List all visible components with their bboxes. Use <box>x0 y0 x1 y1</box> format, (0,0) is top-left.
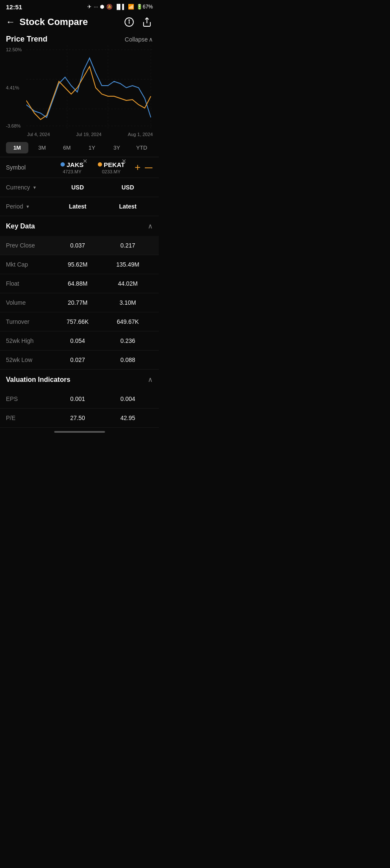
price-trend-header: Price Trend Collapse ∧ <box>0 31 159 45</box>
symbol-col-label: Symbol <box>6 164 53 171</box>
close-pekat-button[interactable]: ✕ <box>122 158 127 164</box>
52wk-low-jaks: 0.027 <box>53 356 103 363</box>
y-label-bot: -3.68% <box>6 123 26 128</box>
52wk-high-row: 52wk High 0.054 0.236 <box>0 331 159 351</box>
52wk-high-jaks: 0.054 <box>53 337 103 344</box>
pe-row: P/E 27.50 42.95 <box>0 409 159 428</box>
period-1m[interactable]: 1M <box>6 142 28 153</box>
telegram-icon: ✈ <box>87 4 91 10</box>
float-jaks: 64.88M <box>53 280 103 287</box>
prev-close-row: Prev Close 0.037 0.217 <box>0 236 159 255</box>
chart-container: 12.50% 4.41% -3.68% J <box>0 45 159 139</box>
turnover-jaks: 757.66K <box>53 318 103 325</box>
eps-row: EPS 0.001 0.004 <box>0 389 159 409</box>
plus-icon: + <box>135 161 141 173</box>
eps-label: EPS <box>6 395 53 402</box>
currency-val-jaks: USD <box>53 184 103 191</box>
back-button[interactable]: ← <box>6 17 15 27</box>
status-icons: ✈ ··· ⬢ 🔕 ▐▌▌ 📶 🔋67% <box>87 4 153 10</box>
bottom-bar <box>0 428 159 436</box>
info-button[interactable] <box>123 16 135 28</box>
valuation-title: Valuation Indicators <box>6 376 70 384</box>
currency-dropdown-arrow[interactable]: ▼ <box>33 185 37 190</box>
pekat-sub: 0233.MY <box>102 169 121 174</box>
price-chart <box>26 45 153 130</box>
ellipsis-icon: ··· <box>94 4 98 10</box>
jaks-sub: 4723.MY <box>63 169 81 174</box>
period-dropdown-arrow[interactable]: ▼ <box>25 204 30 209</box>
52wk-low-pekat: 0.088 <box>103 356 153 363</box>
period-val-jaks: Latest <box>53 203 103 210</box>
add-symbol-button[interactable]: + <box>131 161 144 174</box>
float-label: Float <box>6 280 53 287</box>
y-label-top: 12.50% <box>6 47 26 52</box>
volume-label: Volume <box>6 299 53 306</box>
period-1y[interactable]: 1Y <box>80 142 103 153</box>
x-label-3: Aug 1, 2024 <box>128 132 153 137</box>
mkt-cap-row: Mkt Cap 95.62M 135.49M <box>0 255 159 274</box>
collapse-label: Collapse <box>125 36 148 43</box>
status-bar: 12:51 ✈ ··· ⬢ 🔕 ▐▌▌ 📶 🔋67% <box>0 0 159 13</box>
signal-icon: ▐▌▌ <box>115 4 126 10</box>
svg-point-2 <box>129 20 130 21</box>
eps-jaks: 0.001 <box>53 395 103 402</box>
jaks-name: JAKS <box>66 161 83 168</box>
key-data-chevron: ∧ <box>148 222 153 230</box>
key-data-title: Key Data <box>6 223 35 230</box>
prev-close-label: Prev Close <box>6 242 53 249</box>
52wk-high-pekat: 0.236 <box>103 337 153 344</box>
volume-row: Volume 20.77M 3.10M <box>0 293 159 312</box>
volume-jaks: 20.77M <box>53 299 103 306</box>
jaks-dot <box>61 162 65 167</box>
price-trend-title: Price Trend <box>6 35 47 44</box>
float-row: Float 64.88M 44.02M <box>0 274 159 293</box>
52wk-low-label: 52wk Low <box>6 356 53 363</box>
more-indicator: — <box>145 163 152 172</box>
period-val-pekat: Latest <box>103 203 153 210</box>
battery-icon: 🔋67% <box>136 4 153 10</box>
volume-pekat: 3.10M <box>103 299 153 306</box>
x-label-2: Jul 19, 2024 <box>76 132 102 137</box>
currency-row: Currency ▼ USD USD <box>0 178 159 197</box>
period-3y[interactable]: 3Y <box>105 142 128 153</box>
prev-close-jaks: 0.037 <box>53 242 103 249</box>
period-row: Period ▼ Latest Latest <box>0 197 159 216</box>
y-label-mid: 4.41% <box>6 85 26 90</box>
pe-jaks: 27.50 <box>53 415 103 421</box>
eps-pekat: 0.004 <box>103 395 153 402</box>
chart-x-labels: Jul 4, 2024 Jul 19, 2024 Aug 1, 2024 <box>6 130 153 139</box>
turnover-row: Turnover 757.66K 649.67K <box>0 312 159 331</box>
header-actions <box>123 16 153 28</box>
status-time: 12:51 <box>6 3 22 11</box>
period-3m[interactable]: 3M <box>31 142 53 153</box>
period-label: Period ▼ <box>6 203 53 210</box>
close-jaks-button[interactable]: ✕ <box>83 158 88 164</box>
x-label-1: Jul 4, 2024 <box>27 132 50 137</box>
chevron-up-icon: ∧ <box>149 36 153 43</box>
prev-close-pekat: 0.217 <box>103 242 153 249</box>
turnover-pekat: 649.67K <box>103 318 153 325</box>
symbol-col-pekat: ✕ PEKAT 0233.MY <box>92 161 131 174</box>
key-data-section-header[interactable]: Key Data ∧ <box>0 216 159 236</box>
52wk-low-row: 52wk Low 0.027 0.088 <box>0 351 159 370</box>
period-selector: 1M 3M 6M 1Y 3Y YTD <box>0 139 159 157</box>
period-ytd[interactable]: YTD <box>130 142 153 153</box>
header: ← Stock Compare <box>0 13 159 31</box>
currency-label: Currency ▼ <box>6 184 53 191</box>
more-col: — <box>144 163 153 172</box>
bluetooth-icon: ⬢ <box>100 4 104 10</box>
period-6m[interactable]: 6M <box>56 142 78 153</box>
mkt-cap-pekat: 135.49M <box>103 261 153 268</box>
share-button[interactable] <box>141 16 153 28</box>
pe-label: P/E <box>6 415 53 421</box>
collapse-button[interactable]: Collapse ∧ <box>125 36 153 43</box>
pekat-dot <box>98 162 102 167</box>
valuation-section-header[interactable]: Valuation Indicators ∧ <box>0 370 159 389</box>
pe-pekat: 42.95 <box>103 415 153 421</box>
52wk-high-label: 52wk High <box>6 337 53 344</box>
currency-val-pekat: USD <box>103 184 153 191</box>
wifi-icon: 📶 <box>128 4 134 10</box>
float-pekat: 44.02M <box>103 280 153 287</box>
page-title: Stock Compare <box>19 17 119 28</box>
mkt-cap-label: Mkt Cap <box>6 261 53 268</box>
